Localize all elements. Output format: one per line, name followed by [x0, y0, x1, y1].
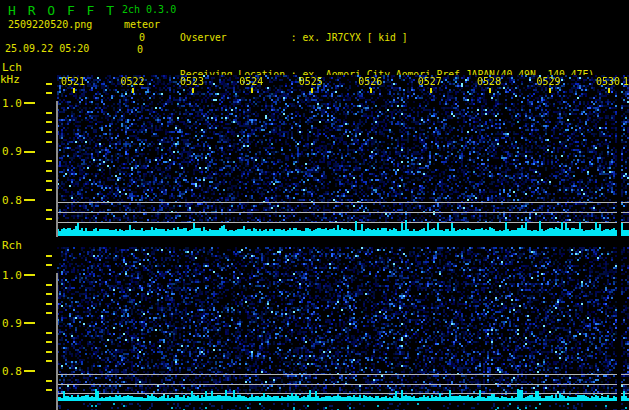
lch-ytick-1.0: 1.0	[2, 97, 22, 110]
lch-minor-tick	[46, 83, 52, 85]
lch-ytick-0.8: 0.8	[2, 194, 22, 207]
time-tick-0529	[549, 88, 551, 93]
time-label-0526: 0526	[358, 76, 382, 87]
lch-minor-tick	[46, 170, 52, 172]
lch-minor-tick	[46, 180, 52, 182]
app-title: H R O F F T	[8, 3, 116, 18]
rch-minor-tick	[46, 389, 52, 391]
rch-panel-label: Rch	[2, 239, 22, 252]
time-label-0525: 0525	[299, 76, 323, 87]
lch-minor-tick	[46, 112, 52, 114]
time-label-0529: 0529	[537, 76, 561, 87]
time-label-0524: 0524	[239, 76, 263, 87]
rch-ytick-0.8: 0.8	[2, 365, 22, 378]
rch-major-tick	[24, 274, 35, 276]
rch-minor-tick	[46, 312, 52, 314]
time-tick-0526	[370, 88, 372, 93]
lch-major-tick	[24, 151, 35, 153]
time-label-0530: 0530	[596, 76, 620, 87]
rch-ytick-0.9: 0.9	[2, 317, 22, 330]
rch-minor-tick	[46, 332, 52, 334]
lch-minor-tick	[46, 121, 52, 123]
lch-minor-tick	[46, 141, 52, 143]
rch-ytick-1.0: 1.0	[2, 269, 22, 282]
rch-major-tick	[24, 370, 35, 372]
rch-minor-tick	[46, 351, 52, 353]
datetime-label: 25.09.22 05:20	[5, 43, 89, 54]
time-label-0528: 0528	[477, 76, 501, 87]
time-label-0522: 0522	[120, 76, 144, 87]
rch-minor-tick	[46, 293, 52, 295]
khz-unit-label: kHz	[0, 73, 20, 86]
hrofft-window: H R O F F T 2ch 0.3.0 2509220520.png met…	[0, 0, 629, 410]
meteor-count-rch: 0	[137, 44, 143, 55]
rch-minor-tick	[46, 360, 52, 362]
rch-minor-tick	[46, 380, 52, 382]
time-label-0527: 0527	[418, 76, 442, 87]
time-label-0521: 0521	[61, 76, 85, 87]
rch-spectrogram	[57, 247, 629, 410]
mode-label: meteor	[124, 19, 160, 30]
time-tick-0521	[73, 88, 75, 93]
time-tick-0528	[489, 88, 491, 93]
time-tick-0527	[430, 88, 432, 93]
rch-axis-line	[56, 273, 58, 410]
lch-axis-line	[56, 101, 58, 237]
output-filename: 2509220520.png	[8, 19, 92, 30]
time-tick-0523	[192, 88, 194, 93]
edge-time-label: 10	[623, 76, 629, 87]
lch-minor-tick	[46, 131, 52, 133]
time-tick-0524	[251, 88, 253, 93]
observer-line: Ovserver : ex. JR7CYX [ kid ]	[180, 32, 623, 44]
time-tick-0530	[608, 88, 610, 93]
lch-minor-tick	[46, 218, 52, 220]
rch-minor-tick	[46, 303, 52, 305]
lch-minor-tick	[46, 209, 52, 211]
lch-minor-tick	[46, 92, 52, 94]
time-tick-0525	[311, 88, 313, 93]
lch-minor-tick	[46, 189, 52, 191]
rch-minor-tick	[46, 255, 52, 257]
rch-minor-tick	[46, 264, 52, 266]
rch-minor-tick	[46, 341, 52, 343]
rch-minor-tick	[46, 284, 52, 286]
lch-major-tick	[24, 102, 35, 104]
lch-spectrogram	[57, 75, 629, 237]
lch-minor-tick	[46, 160, 52, 162]
time-tick-0522	[132, 88, 134, 93]
time-label-0523: 0523	[180, 76, 204, 87]
rch-major-tick	[24, 322, 35, 324]
meteor-count-lch: 0	[139, 32, 145, 43]
app-version: 2ch 0.3.0	[122, 4, 176, 15]
lch-major-tick	[24, 199, 35, 201]
lch-ytick-0.9: 0.9	[2, 145, 22, 158]
